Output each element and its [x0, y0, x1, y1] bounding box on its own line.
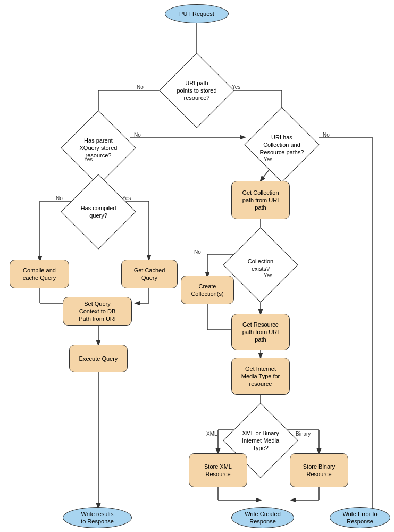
store-binary-node: Store BinaryResource	[290, 453, 348, 487]
write-results-node: Write resultsto Response	[63, 507, 132, 528]
collection-exists-diamond: Collectionexists?	[223, 237, 298, 293]
yes-label-uri-stored-right: Yes	[232, 84, 240, 90]
compile-cache-node: Compile andcache Query	[10, 260, 69, 288]
no-label-uri-collection-right: No	[323, 132, 330, 138]
put-request-node: PUT Request	[165, 4, 229, 23]
get-resource-path-node: Get Resourcepath from URIpath	[231, 314, 290, 350]
flowchart: PUT Request URI pathpoints to storedreso…	[0, 0, 394, 532]
no-label-has-compiled-left: No	[56, 195, 63, 201]
has-compiled-diamond: Has compiledquery?	[61, 184, 136, 239]
write-created-node: Write CreatedResponse	[231, 507, 294, 528]
uri-stored-diamond: URI pathpoints to storedresource?	[160, 63, 234, 118]
execute-query-node: Execute Query	[69, 345, 128, 372]
create-collections-node: CreateCollection(s)	[181, 276, 234, 304]
store-xml-node: Store XMLResource	[189, 453, 247, 487]
xml-label: XML	[206, 431, 217, 437]
set-query-context-node: Set QueryContext to DBPath from URI	[63, 297, 132, 326]
get-collection-path-node: Get Collectionpath from URIpath	[231, 181, 290, 219]
has-parent-diamond: Has parentXQuery storedresource?	[61, 120, 136, 176]
no-label-uri-stored-left: No	[137, 84, 144, 90]
binary-label: Binary	[296, 431, 311, 437]
get-cached-node: Get CachedQuery	[121, 260, 178, 288]
no-label-has-parent-right: No	[134, 132, 141, 138]
write-error-node: Write Error toResponse	[330, 507, 390, 528]
no-label-collection-exists-left: No	[194, 249, 201, 255]
uri-has-collection-diamond: URI hasCollection andResource paths?	[245, 117, 319, 172]
yes-label-has-compiled-right: Yes	[122, 195, 131, 201]
get-media-type-node: Get InternetMedia Type forresource	[231, 358, 290, 395]
